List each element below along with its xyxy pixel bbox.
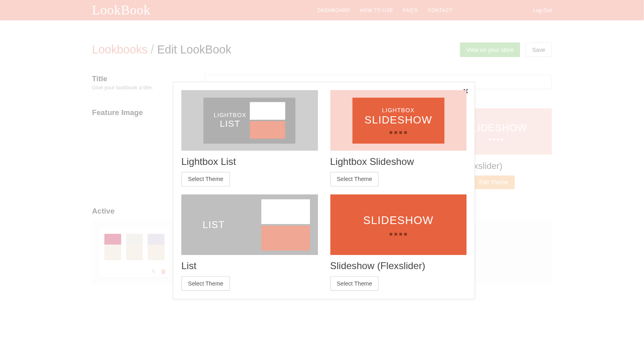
edit-theme-button[interactable]: Edit Theme: [473, 175, 515, 189]
view-on-store-button[interactable]: View on your store: [460, 42, 520, 57]
nav-dashboard[interactable]: DASHBOARD: [317, 8, 350, 13]
preview-text: SLIDESHOW: [365, 113, 432, 126]
theme-name: Lightbox List: [181, 156, 318, 168]
breadcrumb-link[interactable]: Lookbooks: [92, 43, 148, 56]
select-theme-button[interactable]: Select Theme: [330, 276, 379, 291]
edit-icon[interactable]: ✎: [151, 268, 156, 275]
preview-slideshow: SLIDESHOW: [330, 194, 466, 255]
trash-icon[interactable]: 🗑: [161, 268, 166, 275]
select-theme-button[interactable]: Select Theme: [181, 276, 230, 291]
theme-card-lightbox-slideshow: LIGHTBOX SLIDESHOW Lightbox Slideshow Se…: [330, 90, 466, 186]
preview-lightbox-list: LIGHTBOX LIST: [181, 90, 318, 151]
theme-card-list: LIST List Select Theme: [181, 194, 318, 290]
theme-name: Lightbox Slideshow: [330, 156, 466, 168]
theme-card-lightbox-list: LIGHTBOX LIST Lightbox List Select Theme: [181, 90, 318, 186]
preview-text: LIST: [202, 219, 225, 230]
breadcrumb-sep: /: [148, 43, 157, 56]
logo: LookBook: [92, 3, 151, 18]
thumbnail-image: [99, 228, 170, 265]
nav-how-to-use[interactable]: HOW TO USE: [360, 8, 393, 13]
theme-name: Slideshow (Flexslider): [330, 260, 466, 272]
preview-text: LIST: [214, 119, 246, 128]
main-nav: DASHBOARD HOW TO USE FAQ'S CONTACT: [317, 8, 452, 13]
theme-name: List: [181, 260, 318, 272]
preview-lightbox-slideshow: LIGHTBOX SLIDESHOW: [330, 90, 466, 151]
nav-faqs[interactable]: FAQ'S: [403, 8, 418, 13]
preview-text: SLIDESHOW: [363, 214, 433, 227]
breadcrumb-current: Edit LookBook: [157, 43, 231, 56]
breadcrumb: Lookbooks / Edit LookBook: [92, 43, 231, 57]
header: LookBook DASHBOARD HOW TO USE FAQ'S CONT…: [0, 0, 644, 21]
preview-list: LIST: [181, 194, 318, 255]
lookbook-thumbnail[interactable]: ✎ 🗑: [99, 228, 170, 278]
save-button[interactable]: Save: [526, 42, 552, 57]
logout-link[interactable]: Log Out: [533, 7, 552, 13]
theme-card-slideshow: SLIDESHOW Slideshow (Flexslider) Select …: [330, 194, 466, 290]
nav-contact[interactable]: CONTACT: [428, 8, 452, 13]
select-theme-button[interactable]: Select Theme: [330, 172, 379, 186]
action-buttons: View on your store Save: [460, 42, 552, 57]
preview-text: LIGHTBOX: [382, 107, 415, 113]
select-theme-button[interactable]: Select Theme: [181, 172, 230, 186]
theme-selector-modal: × LIGHTBOX LIST Lightbox List Select The…: [173, 82, 475, 299]
preview-text: LIGHTBOX: [214, 112, 246, 119]
